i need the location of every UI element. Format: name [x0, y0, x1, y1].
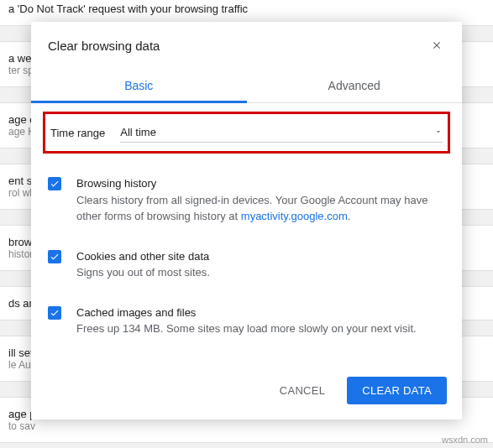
tab-advanced[interactable]: Advanced — [247, 69, 463, 102]
time-range-value: All time — [120, 126, 156, 138]
watermark: wsxdn.com — [442, 435, 488, 445]
option-cached: Cached images and files Frees up 134 MB.… — [48, 305, 445, 337]
time-range-highlight: Time range All time — [43, 112, 450, 154]
checkbox-cookies[interactable] — [48, 250, 61, 263]
option-title: Browsing history — [76, 175, 445, 192]
time-range-select[interactable]: All time — [120, 122, 443, 143]
tab-basic[interactable]: Basic — [31, 69, 247, 102]
cancel-button[interactable]: CANCEL — [265, 377, 341, 404]
clear-browsing-data-dialog: Clear browsing data Basic Advanced Time … — [31, 22, 462, 419]
option-desc: Signs you out of most sites. — [76, 264, 210, 281]
checkbox-browsing-history[interactable] — [48, 177, 61, 190]
option-desc: Frees up 134 MB. Some sites may load mor… — [76, 320, 417, 337]
bg-text: a 'Do Not Track' request with your brows… — [8, 3, 248, 15]
close-icon[interactable] — [428, 37, 445, 54]
time-range-label: Time range — [50, 127, 105, 139]
chevron-down-icon — [434, 126, 443, 138]
option-title: Cached images and files — [76, 305, 417, 321]
option-cookies: Cookies and other site data Signs you ou… — [48, 248, 445, 281]
option-title: Cookies and other site data — [76, 248, 210, 265]
myactivity-link[interactable]: myactivity.google.com — [241, 210, 348, 222]
dialog-title: Clear browsing data — [48, 39, 160, 53]
options-list: Browsing history Clears history from all… — [31, 160, 462, 365]
bg-sub: to sav — [8, 420, 485, 432]
option-desc: Clears history from all signed-in device… — [76, 192, 445, 225]
clear-data-button[interactable]: CLEAR DATA — [347, 377, 447, 404]
checkbox-cached[interactable] — [48, 306, 61, 320]
option-browsing-history: Browsing history Clears history from all… — [48, 175, 445, 225]
tabs: Basic Advanced — [31, 69, 462, 103]
